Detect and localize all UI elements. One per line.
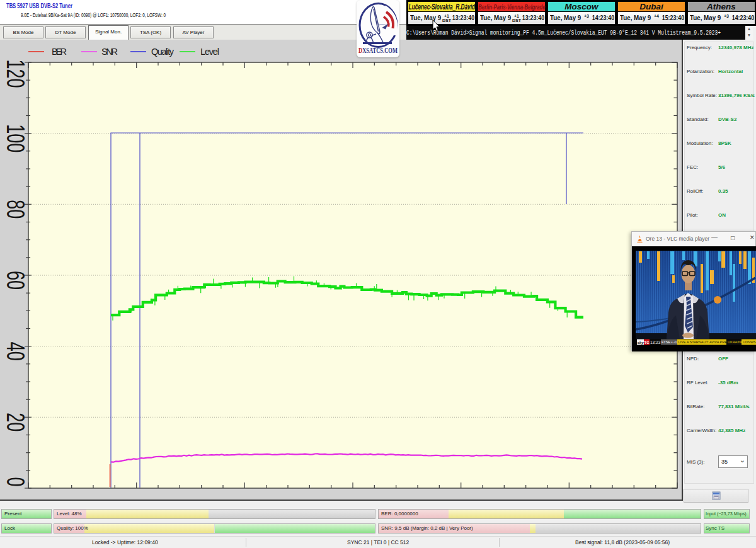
svg-text:sky: sky — [638, 341, 644, 345]
svg-text:0: 0 — [1, 477, 30, 486]
svg-text:DXSATCS.COM: DXSATCS.COM — [358, 45, 398, 55]
svg-text:UDNWS.Z: UDNWS.Z — [743, 340, 756, 344]
svg-text:Level: Level — [200, 47, 219, 57]
svg-text:Quality: Quality — [151, 47, 175, 57]
svg-text:SNR: SNR — [101, 47, 118, 57]
svg-text:80: 80 — [1, 200, 30, 219]
svg-text:40: 40 — [1, 342, 30, 361]
svg-text:TG: TG — [644, 341, 650, 345]
svg-text:UKRAINE: UKRAINE — [728, 340, 743, 344]
svg-text:13:23: 13:23 — [650, 340, 661, 345]
svg-text:20: 20 — [1, 413, 30, 431]
svg-text:100: 100 — [1, 124, 30, 152]
svg-text:120: 120 — [1, 59, 30, 88]
svg-text:60: 60 — [1, 271, 30, 290]
svg-text:BER: BER — [52, 47, 67, 57]
